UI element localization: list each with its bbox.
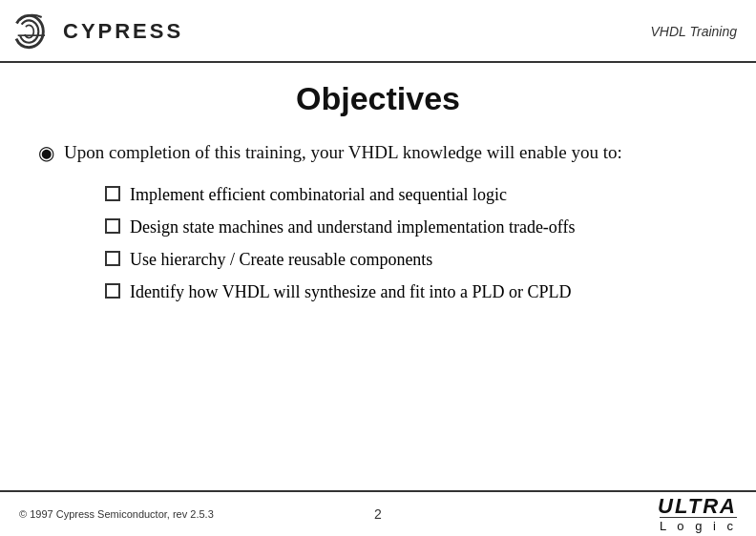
sub-bullets-list: Implement efficient combinatorial and se… (105, 183, 718, 304)
sub-bullet-2: Design state machines and understand imp… (105, 216, 718, 238)
slide: CYPRESS VHDL Training Objectives ◉ Upon … (0, 0, 756, 536)
logic-text: L o g i c (660, 517, 737, 533)
checkbox-icon-3 (105, 251, 120, 266)
footer-page-number: 2 (374, 506, 382, 522)
checkbox-icon-1 (105, 186, 120, 201)
sub-bullet-1: Implement efficient combinatorial and se… (105, 183, 718, 206)
checkbox-icon-2 (105, 218, 120, 234)
sub-bullet-text-2: Design state machines and understand imp… (130, 216, 576, 238)
cypress-logo-text: CYPRESS (63, 19, 183, 44)
footer-copyright: © 1997 Cypress Semiconductor, rev 2.5.3 (19, 508, 214, 520)
sub-bullet-3: Use hierarchy / Create reusable componen… (105, 248, 718, 271)
main-bullet-text: Upon completion of this training, your V… (64, 140, 622, 166)
ultra-text: ULTRA (658, 496, 737, 517)
slide-title: Objectives (38, 80, 718, 117)
main-bullet-icon: ◉ (38, 141, 54, 164)
sub-bullet-text-4: Identify how VHDL will synthesize and fi… (130, 280, 571, 303)
footer: © 1997 Cypress Semiconductor, rev 2.5.3 … (0, 490, 756, 536)
main-bullet: ◉ Upon completion of this training, your… (38, 140, 718, 166)
header-title: VHDL Training (650, 24, 737, 39)
svg-point-1 (19, 20, 38, 42)
slide-content: Objectives ◉ Upon completion of this tra… (0, 63, 756, 323)
logo-area: CYPRESS (11, 8, 183, 55)
sub-bullet-text-3: Use hierarchy / Create reusable componen… (130, 248, 432, 271)
cypress-logo-icon (11, 8, 59, 55)
checkbox-icon-4 (105, 283, 120, 299)
sub-bullet-text-1: Implement efficient combinatorial and se… (130, 183, 507, 206)
sub-bullet-4: Identify how VHDL will synthesize and fi… (105, 280, 718, 303)
ultra-logic-logo: ULTRA L o g i c (658, 496, 737, 533)
header: CYPRESS VHDL Training (0, 0, 756, 63)
